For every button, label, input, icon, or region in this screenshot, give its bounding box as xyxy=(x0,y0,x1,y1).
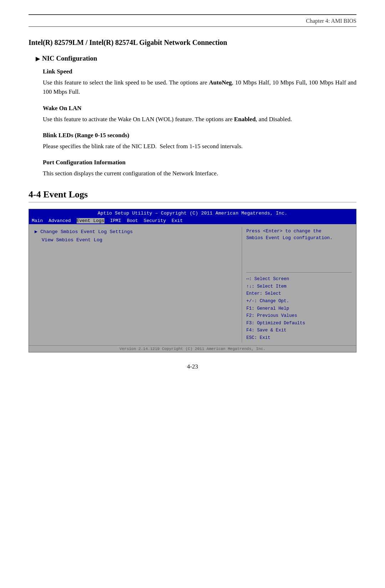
nic-subsection-header: NIC Configuration xyxy=(36,55,356,62)
feature-desc-wake-on-lan: Use this feature to activate the Wake On… xyxy=(43,115,356,124)
feature-heading-wake-on-lan: Wake On LAN xyxy=(43,105,356,112)
bios-menu-boot[interactable]: Boot xyxy=(127,218,138,223)
feature-desc-port-config: This section displays the current config… xyxy=(43,169,356,178)
section-44-title: 4-4 Event Logs xyxy=(29,189,356,202)
feature-heading-link-speed: Link Speed xyxy=(43,68,356,75)
bios-key-f1-help: F1: General Help xyxy=(246,305,352,313)
page-number: 4-23 xyxy=(29,363,356,370)
chapter-header: Chapter 4: AMI BIOS xyxy=(29,18,356,27)
bios-screenshot: Aptio Setup Utility – Copyright (C) 2011… xyxy=(29,209,356,352)
feature-desc-link-speed: Use this feature to select the link spee… xyxy=(43,78,356,97)
bios-left-item-1[interactable]: View Smbios Event Log xyxy=(42,237,236,243)
bios-key-f2-previous: F2: Previous Values xyxy=(246,312,352,320)
bios-menu-bar: Main Advanced Event Logs IPMI Boot Secur… xyxy=(29,217,356,224)
bios-key-select-item: ↑↓: Select Item xyxy=(246,283,352,290)
bios-key-enter-select: Enter: Select xyxy=(246,290,352,298)
bios-key-select-screen: ↔: Select Screen xyxy=(246,275,352,283)
bios-body: ▶ Change Smbios Event Log Settings View … xyxy=(29,224,356,345)
bios-key-f3-defaults: F3: Optimized Defaults xyxy=(246,320,352,327)
bios-menu-exit[interactable]: Exit xyxy=(172,218,183,223)
bios-footer: Version 2.14.1219 Copyright (C) 2011 Ame… xyxy=(29,345,356,352)
bios-left-panel: ▶ Change Smbios Event Log Settings View … xyxy=(29,224,242,345)
feature-heading-port-config: Port Configuration Information xyxy=(43,159,356,166)
bios-menu-event-logs[interactable]: Event Logs xyxy=(77,218,104,223)
section-title: Intel(R) 82579LM / Intel(R) 82574L Gigab… xyxy=(29,37,356,47)
bios-left-item-0[interactable]: ▶ Change Smbios Event Log Settings xyxy=(35,228,236,234)
bios-right-panel: Press <Enter> to change theSmbios Event … xyxy=(242,224,356,345)
bios-key-f4-save: F4: Save & Exit xyxy=(246,327,352,334)
bios-key-esc-exit: ESC: Exit xyxy=(246,334,352,342)
bios-menu-main[interactable]: Main xyxy=(32,218,43,223)
bios-menu-ipmi[interactable]: IPMI xyxy=(110,218,121,223)
feature-desc-blink-leds: Please specifies the blink rate of the N… xyxy=(43,142,356,151)
bios-key-change-opt: +/-: Change Opt. xyxy=(246,298,352,305)
page-container: Chapter 4: AMI BIOS Intel(R) 82579LM / I… xyxy=(0,0,385,588)
top-rule xyxy=(29,14,356,15)
bios-right-top: Press <Enter> to change theSmbios Event … xyxy=(246,228,352,242)
bios-title-bar: Aptio Setup Utility – Copyright (C) 2011… xyxy=(29,209,356,217)
bios-right-bottom: ↔: Select Screen ↑↓: Select Item Enter: … xyxy=(246,272,352,342)
bios-menu-security[interactable]: Security xyxy=(144,218,166,223)
feature-heading-blink-leds: Blink LEDs (Range 0-15 seconds) xyxy=(43,132,356,139)
bios-menu-advanced[interactable]: Advanced xyxy=(48,218,71,223)
